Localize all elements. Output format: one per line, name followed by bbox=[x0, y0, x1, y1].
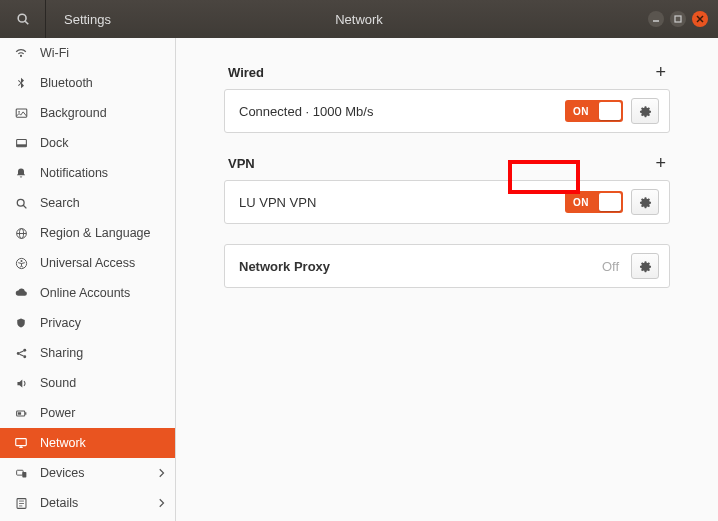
page-title: Network bbox=[335, 12, 383, 27]
sidebar-item-devices[interactable]: Devices bbox=[0, 458, 175, 488]
vpn-toggle-label: ON bbox=[565, 197, 589, 208]
wired-section: Wired + Connected · 1000 Mb/s ON bbox=[224, 62, 670, 133]
dock-icon bbox=[10, 137, 32, 150]
sidebar-item-dock[interactable]: Dock bbox=[0, 128, 175, 158]
sidebar-item-label: Devices bbox=[32, 466, 84, 480]
svg-point-18 bbox=[23, 348, 26, 351]
titlebar-search-button[interactable] bbox=[0, 0, 46, 38]
sidebar-item-wi-fi[interactable]: Wi-Fi bbox=[0, 38, 175, 68]
chevron-right-icon bbox=[159, 466, 165, 481]
cloud-icon bbox=[10, 286, 32, 300]
sidebar-item-label: Notifications bbox=[32, 166, 108, 180]
sidebar-item-background[interactable]: Background bbox=[0, 98, 175, 128]
network-icon bbox=[10, 436, 32, 450]
background-icon bbox=[10, 107, 32, 120]
proxy-settings-button[interactable] bbox=[631, 253, 659, 279]
gear-icon bbox=[639, 105, 652, 118]
svg-rect-24 bbox=[17, 412, 20, 414]
sidebar-item-sound[interactable]: Sound bbox=[0, 368, 175, 398]
svg-rect-3 bbox=[675, 16, 681, 22]
svg-line-21 bbox=[19, 354, 23, 356]
svg-rect-6 bbox=[16, 109, 27, 117]
sidebar-item-details[interactable]: Details bbox=[0, 488, 175, 518]
svg-rect-23 bbox=[25, 412, 26, 414]
privacy-icon bbox=[10, 317, 32, 329]
add-vpn-button[interactable]: + bbox=[655, 153, 666, 174]
proxy-label: Network Proxy bbox=[239, 259, 602, 274]
svg-line-1 bbox=[25, 21, 28, 24]
close-button[interactable] bbox=[692, 11, 708, 27]
sidebar-item-search[interactable]: Search bbox=[0, 188, 175, 218]
power-icon bbox=[10, 407, 32, 420]
sidebar-item-sharing[interactable]: Sharing bbox=[0, 338, 175, 368]
maximize-button[interactable] bbox=[670, 11, 686, 27]
vpn-section: VPN + LU VPN VPN ON bbox=[224, 153, 670, 224]
devices-icon bbox=[10, 467, 32, 480]
gear-icon bbox=[639, 260, 652, 273]
svg-rect-9 bbox=[16, 144, 26, 146]
svg-point-16 bbox=[20, 260, 22, 262]
wired-status-label: Connected · 1000 Mb/s bbox=[239, 104, 565, 119]
sidebar: Wi-FiBluetoothBackgroundDockNotification… bbox=[0, 38, 176, 521]
sidebar-item-label: Region & Language bbox=[32, 226, 151, 240]
vpn-name-label: LU VPN VPN bbox=[239, 195, 565, 210]
wired-toggle-label: ON bbox=[565, 106, 589, 117]
wired-section-title: Wired bbox=[228, 65, 264, 80]
sidebar-item-label: Sharing bbox=[32, 346, 83, 360]
sidebar-item-notifications[interactable]: Notifications bbox=[0, 158, 175, 188]
titlebar: Settings Network bbox=[0, 0, 718, 38]
svg-rect-28 bbox=[16, 470, 23, 475]
vpn-toggle-knob bbox=[599, 193, 621, 211]
globe-icon bbox=[10, 227, 32, 240]
minimize-button[interactable] bbox=[648, 11, 664, 27]
bell-icon bbox=[10, 167, 32, 179]
bluetooth-icon bbox=[10, 77, 32, 89]
svg-rect-25 bbox=[16, 439, 27, 446]
sound-icon bbox=[10, 377, 32, 390]
sidebar-item-universal-access[interactable]: Universal Access bbox=[0, 248, 175, 278]
wifi-icon bbox=[10, 46, 32, 60]
sidebar-item-power[interactable]: Power bbox=[0, 398, 175, 428]
sidebar-item-network[interactable]: Network bbox=[0, 428, 175, 458]
proxy-section: Network Proxy Off bbox=[224, 244, 670, 288]
svg-point-7 bbox=[18, 111, 20, 113]
proxy-row[interactable]: Network Proxy Off bbox=[225, 245, 669, 287]
details-icon bbox=[10, 497, 32, 510]
svg-point-19 bbox=[23, 355, 26, 358]
sidebar-item-region-language[interactable]: Region & Language bbox=[0, 218, 175, 248]
sidebar-item-label: Online Accounts bbox=[32, 286, 130, 300]
sidebar-item-label: Bluetooth bbox=[32, 76, 93, 90]
wired-settings-button[interactable] bbox=[631, 98, 659, 124]
search-icon bbox=[10, 197, 32, 210]
sidebar-item-label: Universal Access bbox=[32, 256, 135, 270]
sidebar-item-label: Details bbox=[32, 496, 78, 510]
chevron-right-icon bbox=[159, 496, 165, 511]
gear-icon bbox=[639, 196, 652, 209]
sidebar-item-label: Power bbox=[32, 406, 75, 420]
svg-rect-29 bbox=[22, 471, 26, 477]
vpn-toggle[interactable]: ON bbox=[565, 191, 623, 213]
content-area: Wired + Connected · 1000 Mb/s ON VP bbox=[176, 38, 718, 521]
sidebar-item-label: Wi-Fi bbox=[32, 46, 69, 60]
svg-line-11 bbox=[23, 205, 26, 208]
vpn-settings-button[interactable] bbox=[631, 189, 659, 215]
sidebar-item-privacy[interactable]: Privacy bbox=[0, 308, 175, 338]
svg-point-0 bbox=[18, 14, 26, 22]
app-title: Settings bbox=[46, 12, 111, 27]
sidebar-item-label: Dock bbox=[32, 136, 68, 150]
svg-point-17 bbox=[16, 352, 19, 355]
share-icon bbox=[10, 347, 32, 360]
sidebar-item-bluetooth[interactable]: Bluetooth bbox=[0, 68, 175, 98]
window-controls bbox=[648, 11, 718, 27]
wired-toggle[interactable]: ON bbox=[565, 100, 623, 122]
add-wired-button[interactable]: + bbox=[655, 62, 666, 83]
sidebar-item-online-accounts[interactable]: Online Accounts bbox=[0, 278, 175, 308]
universal-icon bbox=[10, 257, 32, 270]
sidebar-item-label: Privacy bbox=[32, 316, 81, 330]
sidebar-item-label: Network bbox=[32, 436, 86, 450]
wired-toggle-knob bbox=[599, 102, 621, 120]
vpn-section-title: VPN bbox=[228, 156, 255, 171]
proxy-status: Off bbox=[602, 259, 619, 274]
svg-line-20 bbox=[19, 350, 23, 352]
sidebar-item-label: Background bbox=[32, 106, 107, 120]
